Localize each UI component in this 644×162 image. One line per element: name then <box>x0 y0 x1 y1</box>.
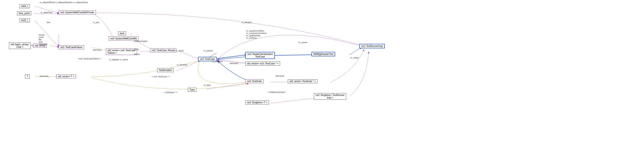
label-ns3-testcasefailure-template: <ns3::TestCaseFailure > <box>78 58 101 60</box>
label-elements-failure: elements <box>93 49 102 51</box>
node-std-vector-t: std::vector< T > <box>56 75 76 79</box>
label-elapsed: m_elapsedReal m_elapsedSystem m_elapsedU… <box>40 1 88 3</box>
node-testcasefailure: ns3::TestCaseFailure <box>58 45 84 49</box>
node-singleton-testrunnerimpl: ns3::Singleton< TestRunner Impl > <box>314 93 346 100</box>
label-assert-flags: m_assertOnFailure m_continueOnFailure m_… <box>246 30 266 39</box>
label-m-tempdir: m_tempDir <box>242 21 252 23</box>
label-m-priv: m_priv <box>93 21 99 23</box>
svg-line-10 <box>180 51 200 59</box>
node-wifimgtheadertest: WifiMgtHeaderTest <box>312 52 335 56</box>
label-line: line <box>47 21 50 23</box>
node-testsuite: ns3::TestSuite <box>245 79 264 83</box>
node-singleton-t: ns3::Singleton< T > <box>245 100 269 104</box>
label-m-children: m_children <box>212 60 222 63</box>
svg-line-14 <box>218 57 248 59</box>
node-std-vector-testsuite: std::vector< TestSuite * > <box>288 79 318 83</box>
label-starttime: m_startTime <box>41 11 52 14</box>
label-m-parent: m_parent <box>204 49 213 52</box>
node-testrunnerimpl: ns3::TestRunnerImpl <box>359 44 385 48</box>
label-m-result: m_result <box>175 49 184 52</box>
label-clock: clock <box>134 48 139 51</box>
label-elements-2: elements <box>230 62 238 65</box>
node-bool: bool <box>118 31 126 35</box>
label-m-type: m_type <box>204 84 211 86</box>
label-testcase-ptr-template: < ns3::TestCase * > <box>152 75 170 78</box>
svg-line-20 <box>270 98 317 103</box>
label-elements-underscore: elements_ <box>40 75 50 77</box>
label-m-suites: m_suites <box>350 57 359 59</box>
label-actual-cond-etc: actual cond file limit message <box>39 34 48 45</box>
svg-line-16 <box>274 55 314 55</box>
label-childrenfailed: childrenFailed <box>134 40 147 42</box>
node-int64_t: int64_t <box>20 4 30 8</box>
node-int32_t: int32_t <box>20 18 30 22</box>
node-time_point: time_point <box>17 11 31 15</box>
node-std-basic-string: std::basic_string< Char > <box>9 42 31 49</box>
label-m-datadir-name: m_dataDir m_name <box>109 58 128 61</box>
svg-line-15 <box>218 55 248 58</box>
label-elements-3: elements <box>276 75 284 77</box>
diagram-canvas: int64_t time_point int32_t ns3::SystemWa… <box>0 0 644 162</box>
label-testrunnerimpl-template: < TestRunnerImpl > <box>268 91 286 93</box>
node-testcase-result: ns3::TestCase::Result <box>150 48 176 52</box>
svg-line-4 <box>51 45 58 47</box>
node-std-vector-testcasefailure: std::vector< ns3::TestCase Failure > <box>106 48 137 55</box>
node-type: Type <box>188 88 196 92</box>
svg-line-19 <box>207 83 248 89</box>
node-std-vector-testcase: std::vector< ns3::TestCase * > <box>245 62 280 66</box>
node-testduration: TestDuration <box>157 68 174 72</box>
node-systemwallclockms-private: ns3::SystemWallClockMsPrivate <box>58 10 96 14</box>
node-headerserialization-testcase: ns3::HeaderSerialization TestCase <box>245 52 275 59</box>
label-m-duration: m_duration <box>177 64 188 66</box>
arrows-svg <box>0 0 644 162</box>
label-failure: failure <box>134 53 140 55</box>
node-t: T <box>25 75 30 79</box>
label-m-runner: m_runner <box>298 41 308 44</box>
label-testsuite-ptr-template: < TestSuite * > <box>164 91 177 94</box>
